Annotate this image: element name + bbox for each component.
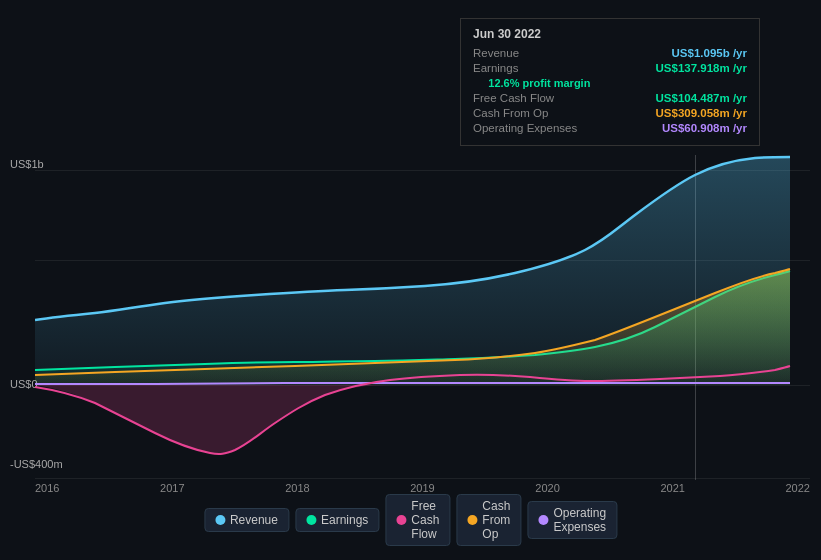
x-label-2020: 2020 bbox=[535, 482, 559, 494]
legend-fcf-dot bbox=[396, 515, 406, 525]
x-label-2021: 2021 bbox=[660, 482, 684, 494]
tooltip-earnings-value: US$137.918m /yr bbox=[656, 62, 747, 74]
tooltip-cfo-value: US$309.058m /yr bbox=[656, 107, 747, 119]
legend-fcf[interactable]: Free Cash Flow bbox=[385, 494, 450, 546]
tooltip-margin: 12.6% profit margin bbox=[473, 77, 747, 89]
tooltip-opex-value: US$60.908m /yr bbox=[662, 122, 747, 134]
tooltip-fcf-label: Free Cash Flow bbox=[473, 92, 554, 104]
legend-cfo[interactable]: Cash From Op bbox=[456, 494, 521, 546]
legend-revenue[interactable]: Revenue bbox=[204, 508, 289, 532]
legend-earnings-dot bbox=[306, 515, 316, 525]
x-label-2022: 2022 bbox=[785, 482, 809, 494]
x-label-2016: 2016 bbox=[35, 482, 59, 494]
tooltip-fcf-value: US$104.487m /yr bbox=[656, 92, 747, 104]
legend-cfo-label: Cash From Op bbox=[482, 499, 510, 541]
x-label-2018: 2018 bbox=[285, 482, 309, 494]
y-axis-zero: US$0 bbox=[10, 378, 38, 390]
tooltip-earnings-label: Earnings bbox=[473, 62, 518, 74]
legend: Revenue Earnings Free Cash Flow Cash Fro… bbox=[204, 494, 617, 546]
legend-revenue-dot bbox=[215, 515, 225, 525]
tooltip: Jun 30 2022 Revenue US$1.095b /yr Earnin… bbox=[460, 18, 760, 146]
tooltip-earnings-row: Earnings US$137.918m /yr bbox=[473, 62, 747, 74]
tooltip-date: Jun 30 2022 bbox=[473, 27, 747, 41]
legend-cfo-dot bbox=[467, 515, 477, 525]
x-label-2017: 2017 bbox=[160, 482, 184, 494]
tooltip-revenue-row: Revenue US$1.095b /yr bbox=[473, 47, 747, 59]
x-label-2019: 2019 bbox=[410, 482, 434, 494]
tooltip-revenue-value: US$1.095b /yr bbox=[672, 47, 747, 59]
legend-opex-label: Operating Expenses bbox=[553, 506, 606, 534]
legend-earnings-label: Earnings bbox=[321, 513, 368, 527]
x-axis: 2016 2017 2018 2019 2020 2021 2022 bbox=[35, 482, 810, 494]
tooltip-fcf-row: Free Cash Flow US$104.487m /yr bbox=[473, 92, 747, 104]
legend-opex-dot bbox=[538, 515, 548, 525]
chart-container: US$1b US$0 -US$400m bbox=[0, 0, 821, 560]
tooltip-cfo-row: Cash From Op US$309.058m /yr bbox=[473, 107, 747, 119]
tooltip-margin-label: profit margin bbox=[523, 77, 591, 89]
tooltip-margin-value: 12.6% bbox=[488, 77, 519, 89]
chart-area bbox=[35, 155, 810, 480]
tooltip-opex-label: Operating Expenses bbox=[473, 122, 577, 134]
legend-opex[interactable]: Operating Expenses bbox=[527, 501, 617, 539]
tooltip-cfo-label: Cash From Op bbox=[473, 107, 548, 119]
legend-revenue-label: Revenue bbox=[230, 513, 278, 527]
legend-earnings[interactable]: Earnings bbox=[295, 508, 379, 532]
legend-fcf-label: Free Cash Flow bbox=[411, 499, 439, 541]
tooltip-opex-row: Operating Expenses US$60.908m /yr bbox=[473, 122, 747, 134]
tooltip-revenue-label: Revenue bbox=[473, 47, 519, 59]
